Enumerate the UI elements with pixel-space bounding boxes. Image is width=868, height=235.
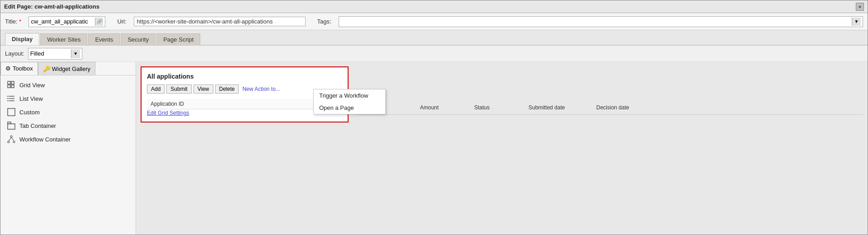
window-title: Edit Page: cw-amt-all-applications xyxy=(4,3,99,10)
canvas-area: ⊞ × All applications Add Submit View Del… xyxy=(136,62,868,235)
sidebar-tab-toolbox[interactable]: ⚙ Toolbox xyxy=(0,62,38,75)
grid-view-label: Grid View xyxy=(19,82,45,89)
window-close-button[interactable]: × xyxy=(856,3,864,11)
header-row: Title: * cw_amt_all_applicatic 🔗 Url: ht… xyxy=(0,13,868,30)
workflow-container-label: Workflow Container xyxy=(19,136,71,143)
tab-page-script[interactable]: Page Script xyxy=(156,33,200,45)
sidebar-item-list-view[interactable]: List View xyxy=(2,92,134,105)
new-action-link[interactable]: New Action to... xyxy=(242,86,280,92)
outer-col-decision: Decision date xyxy=(593,103,660,113)
svg-point-9 xyxy=(7,100,8,101)
widget-title: All applications xyxy=(147,73,342,80)
main-content: ⚙ Toolbox 🔑 Widget Gallery Grid View xyxy=(0,62,868,235)
custom-label: Custom xyxy=(19,109,40,116)
url-label: Url: xyxy=(117,18,126,25)
sidebar-tabs: ⚙ Toolbox 🔑 Widget Gallery xyxy=(0,62,136,75)
tags-dropdown-button[interactable]: ▼ xyxy=(852,18,861,26)
tab-container-label: Tab Container xyxy=(19,122,56,129)
tab-events[interactable]: Events xyxy=(88,33,120,45)
title-input-icon[interactable]: 🔗 xyxy=(95,18,103,26)
svg-point-7 xyxy=(7,96,8,97)
widget-gallery-icon: 🔑 xyxy=(43,66,50,72)
main-window: Edit Page: cw-amt-all-applications × Tit… xyxy=(0,0,868,235)
sidebar-item-tab-container[interactable]: Tab Container xyxy=(2,119,134,132)
toolbox-label: Toolbox xyxy=(13,65,33,72)
svg-rect-2 xyxy=(8,85,10,88)
svg-rect-0 xyxy=(8,81,10,84)
tags-input[interactable]: ▼ xyxy=(339,16,863,27)
url-input[interactable]: https://<worker-site-domain>/cw-amt-all-… xyxy=(134,17,306,26)
title-input-value: cw_amt_all_applicatic xyxy=(31,18,95,25)
add-button[interactable]: Add xyxy=(147,85,165,94)
outer-col-status: Status xyxy=(471,103,525,113)
new-action-dropdown: Trigger a Workflow Open a Page xyxy=(313,89,386,114)
custom-icon xyxy=(7,108,16,117)
svg-point-8 xyxy=(7,98,8,99)
tab-worker-sites[interactable]: Worker Sites xyxy=(40,33,87,45)
svg-rect-10 xyxy=(8,108,15,116)
svg-rect-11 xyxy=(8,124,15,129)
title-required: * xyxy=(19,18,21,25)
svg-point-14 xyxy=(8,141,9,143)
tab-container-icon xyxy=(7,121,16,130)
outer-column-headers: name Amount Status Submitted date Decisi… xyxy=(358,103,863,115)
view-button[interactable]: View xyxy=(193,85,213,94)
title-bar: Edit Page: cw-amt-all-applications × xyxy=(0,0,868,13)
sidebar-items: Grid View List View Custom xyxy=(0,75,136,149)
list-view-label: List View xyxy=(19,95,43,102)
layout-label: Layout: xyxy=(5,50,24,57)
sidebar: ⚙ Toolbox 🔑 Widget Gallery Grid View xyxy=(0,62,136,235)
svg-rect-12 xyxy=(8,122,11,124)
layout-value: Filled xyxy=(30,50,71,57)
title-label: Title: * xyxy=(5,18,21,25)
edit-grid-settings-link[interactable]: Edit Grid Settings xyxy=(147,110,189,116)
outer-col-amount: Amount xyxy=(416,103,471,113)
tab-display[interactable]: Display xyxy=(5,33,39,45)
sidebar-item-workflow-container[interactable]: Workflow Container xyxy=(2,132,134,146)
title-input[interactable]: cw_amt_all_applicatic 🔗 xyxy=(28,16,105,27)
open-page-item[interactable]: Open a Page xyxy=(314,102,385,114)
widget-gallery-label: Widget Gallery xyxy=(52,66,90,72)
trigger-workflow-item[interactable]: Trigger a Workflow xyxy=(314,89,385,102)
sidebar-item-custom[interactable]: Custom xyxy=(2,105,134,119)
svg-line-17 xyxy=(11,137,14,141)
svg-rect-1 xyxy=(11,81,14,84)
workflow-container-icon xyxy=(7,135,16,144)
list-view-icon xyxy=(7,94,16,103)
svg-point-15 xyxy=(13,141,15,143)
outer-grid-area: name Amount Status Submitted date Decisi… xyxy=(358,62,868,235)
outer-col-submitted: Submitted date xyxy=(525,103,593,113)
svg-rect-3 xyxy=(11,85,14,88)
widget-actions: Add Submit View Delete New Action to... … xyxy=(147,85,342,94)
tab-security[interactable]: Security xyxy=(121,33,156,45)
layout-dropdown-icon[interactable]: ▼ xyxy=(71,49,80,58)
widget-container: All applications Add Submit View Delete … xyxy=(141,66,349,122)
delete-button[interactable]: Delete xyxy=(215,85,239,94)
toolbox-icon: ⚙ xyxy=(5,65,11,72)
sidebar-item-grid-view[interactable]: Grid View xyxy=(2,78,134,92)
tabs-bar: Display Worker Sites Events Security Pag… xyxy=(0,30,868,46)
sidebar-tab-widget-gallery[interactable]: 🔑 Widget Gallery xyxy=(38,62,95,75)
svg-line-16 xyxy=(9,137,11,141)
layout-select[interactable]: Filled ▼ xyxy=(28,48,82,60)
grid-view-icon xyxy=(7,80,16,89)
toolbar-row: Layout: Filled ▼ xyxy=(0,46,868,62)
submit-button[interactable]: Submit xyxy=(166,85,191,94)
tags-label: Tags: xyxy=(317,18,331,25)
svg-point-13 xyxy=(10,136,12,137)
